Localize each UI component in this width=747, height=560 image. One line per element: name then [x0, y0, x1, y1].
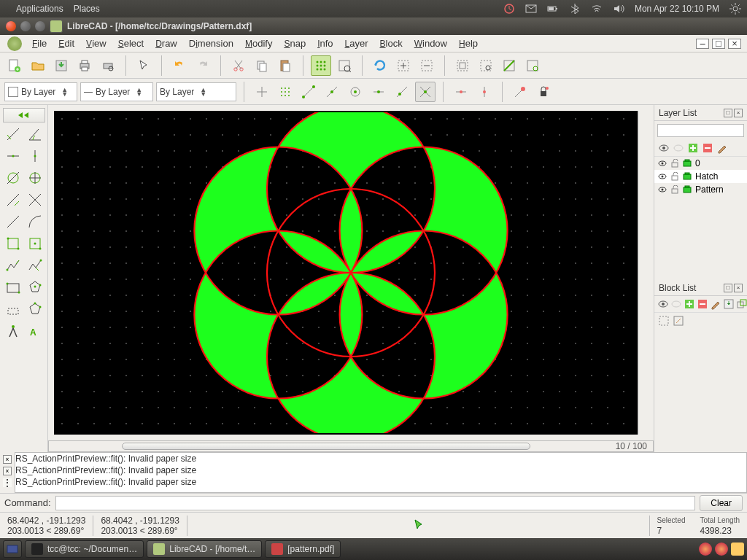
- tool-rect2-icon[interactable]: [3, 277, 23, 298]
- save-icon[interactable]: [51, 55, 71, 76]
- task-librecad[interactable]: LibreCAD - [/home/t…: [147, 540, 262, 558]
- tool-line-icon[interactable]: [3, 124, 23, 144]
- block-remove-icon[interactable]: [697, 298, 708, 311]
- layer-show-all-icon[interactable]: [657, 141, 670, 155]
- msg-close-icon[interactable]: ×: [3, 455, 12, 464]
- linewidth-combo[interactable]: — By Layer▲▼: [80, 82, 153, 101]
- menu-draw[interactable]: Draw: [150, 35, 183, 52]
- scrollbar-v[interactable]: [638, 111, 648, 435]
- tool-polygon-cen-icon[interactable]: [25, 277, 45, 298]
- minimize-icon[interactable]: [20, 21, 31, 31]
- snap-intersect-icon[interactable]: [415, 82, 436, 102]
- toolbox-back-icon[interactable]: [3, 108, 45, 122]
- window-titlebar[interactable]: LibreCAD - [/home/tcc/Drawings/Pattern.d…: [0, 18, 747, 35]
- drawing-canvas[interactable]: [48, 105, 654, 440]
- menu-window[interactable]: Window: [409, 35, 453, 52]
- mdi-close-icon[interactable]: ×: [728, 39, 741, 49]
- undo-icon[interactable]: [169, 55, 190, 76]
- cut-icon[interactable]: [228, 55, 249, 76]
- sound-icon[interactable]: [613, 3, 624, 15]
- new-file-icon[interactable]: [4, 55, 25, 76]
- grid-toggle-icon[interactable]: [311, 55, 331, 76]
- print-preview-icon[interactable]: [98, 55, 118, 76]
- redraw-icon[interactable]: [370, 55, 390, 76]
- layer-edit-icon[interactable]: [716, 141, 729, 155]
- snap-middle-icon[interactable]: [368, 82, 389, 102]
- open-file-icon[interactable]: [28, 55, 48, 76]
- block-show-all-icon[interactable]: [657, 298, 669, 311]
- tool-compass-icon[interactable]: [3, 321, 23, 341]
- zoom-out-icon[interactable]: [417, 55, 437, 76]
- block-save-icon[interactable]: [723, 298, 735, 311]
- menu-help[interactable]: Help: [453, 35, 484, 52]
- menu-view[interactable]: View: [80, 35, 112, 52]
- menu-dimension[interactable]: Dimension: [183, 35, 239, 52]
- tool-parallel-icon[interactable]: [3, 190, 23, 210]
- snap-grid-icon[interactable]: [275, 82, 295, 102]
- tool-polygon-cor-icon[interactable]: [25, 299, 45, 319]
- mail-icon[interactable]: [525, 3, 537, 15]
- tool-point-icon[interactable]: [3, 299, 23, 319]
- message-log[interactable]: RS_ActionPrintPreview::fit(): Invalid pa…: [15, 452, 747, 493]
- msg-dots-icon[interactable]: ⋮: [3, 478, 12, 487]
- tool-freehand-icon[interactable]: [25, 255, 45, 276]
- layer-remove-icon[interactable]: [701, 141, 714, 155]
- firefox-icon[interactable]: [715, 542, 728, 556]
- paste-icon[interactable]: [275, 55, 295, 76]
- linetype-combo[interactable]: By Layer▲▼: [156, 82, 236, 101]
- layer-row[interactable]: 0: [654, 157, 747, 170]
- clock-text[interactable]: Mon Apr 22 10:10 PM: [635, 4, 719, 14]
- close-icon[interactable]: [6, 21, 16, 31]
- zoom-in-icon[interactable]: [393, 55, 414, 76]
- dock-undock-icon[interactable]: □: [724, 284, 732, 292]
- applications-menu[interactable]: Applications: [16, 4, 63, 14]
- menu-layer[interactable]: Layer: [339, 35, 374, 52]
- tool-arc-icon[interactable]: [25, 211, 45, 232]
- tray-app-icon[interactable]: [731, 542, 744, 556]
- maximize-icon[interactable]: [35, 21, 45, 31]
- menu-edit[interactable]: Edit: [53, 35, 80, 52]
- tool-polygon-icon[interactable]: [3, 233, 23, 254]
- block-hide-all-icon[interactable]: [670, 298, 682, 311]
- tool-vline-icon[interactable]: [25, 146, 45, 166]
- layer-row[interactable]: Hatch: [654, 170, 747, 183]
- librecad-logo-icon[interactable]: [7, 36, 22, 51]
- tool-polygon2-icon[interactable]: [25, 233, 45, 254]
- tool-perp-icon[interactable]: [25, 190, 45, 210]
- dock-undock-icon[interactable]: □: [724, 109, 732, 117]
- restrict-v-icon[interactable]: [474, 82, 495, 102]
- tool-hline-icon[interactable]: [3, 146, 23, 166]
- relative-zero-icon[interactable]: [510, 82, 530, 102]
- zoom-pan-icon[interactable]: [522, 55, 543, 76]
- settings-gear-icon[interactable]: [729, 3, 741, 15]
- redo-icon[interactable]: [193, 55, 213, 76]
- places-menu[interactable]: Places: [74, 4, 100, 14]
- dock-close-icon[interactable]: ×: [734, 284, 743, 292]
- block-create-icon[interactable]: [657, 314, 670, 327]
- layer-row[interactable]: Pattern: [654, 183, 747, 196]
- tool-angle-icon[interactable]: [25, 124, 45, 144]
- restrict-h-icon[interactable]: [451, 82, 471, 102]
- menu-modify[interactable]: Modify: [239, 35, 278, 52]
- zoom-prev-icon[interactable]: [476, 55, 496, 76]
- pointer-icon[interactable]: [133, 55, 154, 76]
- block-add-icon[interactable]: [684, 298, 695, 311]
- draft-mode-icon[interactable]: [334, 55, 355, 76]
- layer-add-icon[interactable]: [686, 141, 700, 155]
- firefox-icon[interactable]: [699, 542, 712, 556]
- mdi-restore-icon[interactable]: □: [712, 39, 725, 49]
- task-pdf[interactable]: [pattern.pdf]: [265, 540, 341, 558]
- wifi-icon[interactable]: [591, 3, 603, 15]
- command-input[interactable]: [55, 496, 696, 510]
- msg-close-icon[interactable]: ×: [3, 467, 12, 475]
- tool-bisector-icon[interactable]: [25, 168, 45, 188]
- snap-on-entity-icon[interactable]: [322, 82, 342, 102]
- tool-polyline-icon[interactable]: [3, 255, 23, 276]
- clock-icon[interactable]: [503, 3, 515, 15]
- layer-filter-input[interactable]: [657, 124, 744, 137]
- task-terminal[interactable]: tcc@tcc: ~/Documen…: [25, 540, 144, 558]
- lock-relative-zero-icon[interactable]: [533, 82, 554, 102]
- menu-info[interactable]: Info: [311, 35, 338, 52]
- block-attr-icon[interactable]: [710, 298, 721, 311]
- clear-button[interactable]: Clear: [700, 495, 743, 511]
